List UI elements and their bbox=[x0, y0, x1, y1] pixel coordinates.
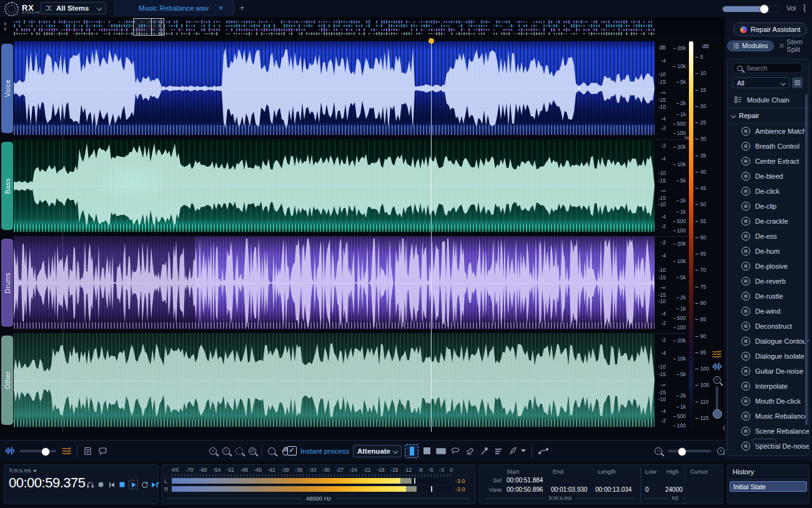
list-options-button[interactable] bbox=[792, 77, 803, 88]
view-start-value[interactable]: 00:00:50.896 bbox=[507, 486, 543, 493]
vertical-zoom-knob[interactable] bbox=[713, 409, 722, 419]
low-frequency-value[interactable]: 0 bbox=[645, 486, 649, 493]
overview-minimap[interactable] bbox=[14, 19, 655, 36]
file-tab[interactable]: Music Rebalance.wav bbox=[114, 0, 234, 16]
previous-button[interactable] bbox=[107, 481, 116, 489]
history-item[interactable]: Initial State bbox=[730, 481, 807, 492]
module-item[interactable]: Dialogue Contour bbox=[728, 334, 809, 349]
time-frequency-selection-tool[interactable] bbox=[420, 445, 433, 457]
stem-tab-drums[interactable]: Drums bbox=[1, 239, 13, 327]
module-item[interactable]: De-reverb bbox=[728, 274, 809, 289]
vertical-zoom-in-icon[interactable]: + bbox=[713, 376, 721, 384]
go-to-end-button[interactable] bbox=[151, 481, 159, 489]
view-length-value[interactable]: 00:00:13.034 bbox=[595, 486, 631, 493]
horizontal-zoom-out-icon[interactable]: − bbox=[655, 447, 662, 455]
selection-start-value[interactable]: 00:00:51.884 bbox=[507, 477, 543, 484]
playhead-line[interactable] bbox=[431, 41, 432, 432]
zoom-in-icon[interactable]: + bbox=[209, 447, 217, 455]
clip-boundary-marker[interactable]: ▸▸ bbox=[577, 86, 582, 91]
new-tab-button[interactable]: + bbox=[240, 3, 245, 12]
time-format-select[interactable]: h:m:s.ms bbox=[9, 467, 37, 474]
magnify-tool-icon[interactable] bbox=[268, 447, 275, 455]
high-frequency-value[interactable]: 24000 bbox=[665, 486, 683, 493]
blend-slider-knob[interactable] bbox=[41, 447, 50, 456]
module-item[interactable]: Breath Control bbox=[728, 139, 809, 154]
horizontal-zoom-in-icon[interactable]: + bbox=[717, 447, 725, 455]
record-button[interactable] bbox=[97, 481, 105, 489]
loop-button[interactable] bbox=[141, 481, 149, 489]
play-button[interactable] bbox=[129, 480, 138, 489]
process-mode-select[interactable]: Attenuate bbox=[353, 445, 402, 457]
module-item[interactable]: Scene Rebalance bbox=[728, 424, 809, 439]
volume-slider[interactable] bbox=[722, 6, 780, 12]
signal-chain-curve-icon[interactable] bbox=[538, 446, 549, 456]
waveform-stats-icon[interactable] bbox=[800, 4, 809, 13]
view-end-value[interactable]: 00:01:03.930 bbox=[551, 486, 587, 493]
module-item[interactable]: De-clip bbox=[728, 199, 809, 214]
harmonic-lines-tool[interactable] bbox=[492, 445, 505, 457]
module-item[interactable]: De-click bbox=[728, 184, 809, 199]
other-spectrogram[interactable] bbox=[14, 333, 655, 427]
module-item[interactable]: De-bleed bbox=[728, 169, 809, 184]
monitor-button[interactable] bbox=[86, 481, 94, 489]
zoom-out-icon[interactable]: − bbox=[222, 447, 230, 455]
waveform-view-icon[interactable] bbox=[712, 362, 721, 371]
module-item[interactable]: Mouth De-click bbox=[728, 394, 809, 409]
peak-readout-left[interactable]: -3.0 bbox=[455, 478, 465, 484]
peak-readout-right[interactable]: -3.0 bbox=[455, 486, 465, 492]
horizontal-zoom-knob[interactable] bbox=[678, 447, 686, 456]
voice-spectrogram[interactable]: ▸▸ bbox=[14, 41, 655, 136]
horizontal-zoom-slider[interactable] bbox=[668, 450, 711, 452]
frequency-selection-tool[interactable] bbox=[435, 445, 447, 457]
module-item[interactable]: Guitar De-noise bbox=[728, 364, 809, 379]
module-item[interactable]: De-ess bbox=[728, 229, 809, 244]
comment-icon[interactable] bbox=[98, 446, 107, 456]
module-item[interactable]: De-plosive bbox=[728, 259, 809, 274]
wave-spectrogram-blend-slider[interactable] bbox=[20, 450, 56, 452]
module-chain-item[interactable]: Module Chain bbox=[728, 92, 809, 108]
repair-section-header[interactable]: Repair bbox=[728, 108, 809, 124]
search-input[interactable] bbox=[745, 64, 798, 72]
module-list-scrollbar[interactable] bbox=[805, 94, 808, 425]
time-selection-tool[interactable] bbox=[405, 444, 418, 458]
waveform-blend-icon[interactable] bbox=[5, 447, 14, 455]
drums-spectrogram[interactable] bbox=[14, 236, 655, 329]
instant-process-checkbox[interactable] bbox=[287, 446, 297, 456]
module-item[interactable]: De-crackle bbox=[728, 214, 809, 229]
stem-tab-voice[interactable]: Voice bbox=[1, 44, 13, 133]
magic-wand-tool[interactable] bbox=[478, 445, 490, 457]
module-item[interactable]: Music Rebalance bbox=[728, 409, 809, 424]
spectrogram-view-icon[interactable] bbox=[712, 350, 721, 358]
playhead-time-display[interactable]: 00:00:59.375 bbox=[9, 475, 85, 491]
stem-tab-other[interactable]: Other bbox=[1, 336, 13, 425]
playhead-marker[interactable] bbox=[428, 38, 434, 44]
module-search[interactable] bbox=[733, 63, 803, 73]
tab-modules[interactable]: Modules bbox=[727, 41, 774, 51]
brush-dropdown-icon[interactable] bbox=[521, 449, 526, 452]
spectrogram-legend-bar[interactable] bbox=[689, 41, 693, 430]
tab-stem-split[interactable]: Stem Split bbox=[779, 38, 810, 53]
stem-tab-bass[interactable]: Bass bbox=[1, 142, 13, 230]
minimap-view-window[interactable] bbox=[133, 18, 164, 36]
zoom-selection-icon[interactable] bbox=[235, 447, 243, 455]
bass-spectrogram[interactable] bbox=[14, 139, 655, 232]
stop-button[interactable] bbox=[118, 481, 126, 489]
module-item[interactable]: Center Extract bbox=[728, 154, 809, 169]
module-item[interactable]: Deconstruct bbox=[728, 319, 809, 334]
module-item[interactable]: De-hum bbox=[728, 244, 809, 259]
module-item[interactable]: Dialogue Isolate bbox=[728, 349, 809, 364]
volume-slider-knob[interactable] bbox=[760, 4, 769, 14]
tab-close-icon[interactable]: × bbox=[219, 4, 223, 12]
zoom-reset-icon[interactable]: ∅ bbox=[249, 447, 256, 455]
session-notes-icon[interactable] bbox=[83, 446, 92, 456]
repair-assistant-button[interactable]: Repair Assistant bbox=[733, 22, 807, 36]
minimap-resize-control[interactable]: ∧∨ bbox=[3, 21, 7, 31]
module-filter-select[interactable]: All bbox=[733, 77, 790, 88]
module-item[interactable]: Ambience Match bbox=[728, 124, 809, 139]
panel-resize-handle[interactable] bbox=[753, 439, 776, 444]
module-item[interactable]: De-wind bbox=[728, 304, 809, 319]
stems-selector[interactable]: All Stems bbox=[40, 2, 106, 14]
module-item[interactable]: Interpolate bbox=[728, 379, 809, 394]
brush-tool[interactable] bbox=[507, 445, 519, 457]
eraser-tool[interactable] bbox=[463, 445, 476, 457]
